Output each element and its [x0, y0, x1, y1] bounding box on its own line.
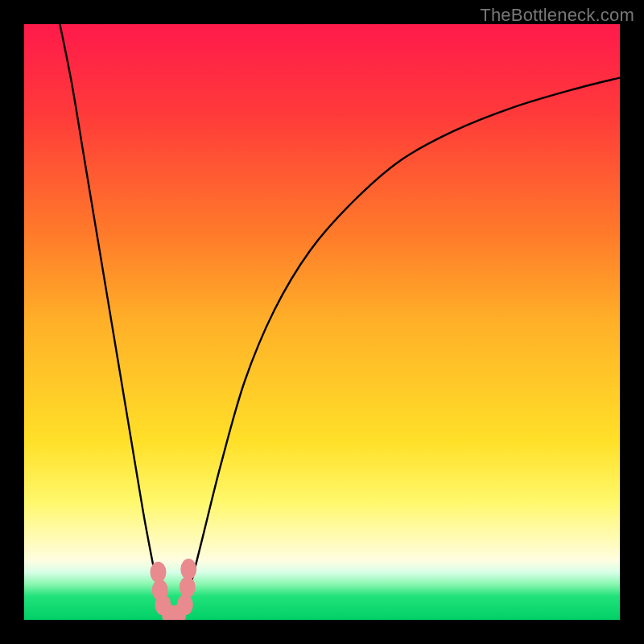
valley-marker	[180, 559, 196, 580]
plot-area	[24, 24, 620, 620]
valley-marker	[177, 595, 193, 616]
valley-marker	[180, 576, 196, 597]
bottleneck-curve	[60, 24, 620, 617]
watermark-text: TheBottleneck.com	[480, 5, 634, 26]
chart-frame: TheBottleneck.com	[0, 0, 644, 644]
series-group	[60, 24, 620, 617]
chart-svg	[24, 24, 620, 620]
valley-marker	[151, 562, 167, 583]
marker-group	[151, 559, 197, 620]
